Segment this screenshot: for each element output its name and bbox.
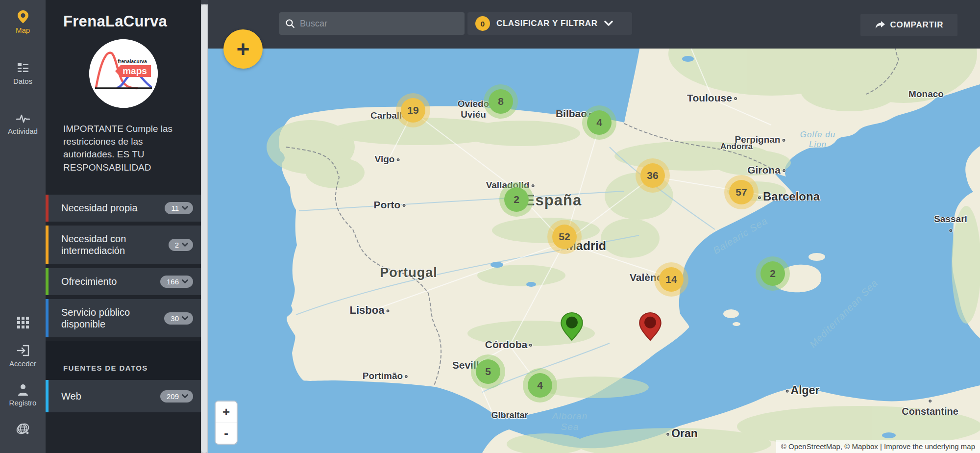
chevron-down-icon — [182, 316, 188, 321]
globe-icon — [16, 422, 30, 436]
map-cluster[interactable]: 57 — [729, 180, 754, 204]
logo-small-text: frenalacurva — [118, 59, 147, 64]
map-pin-green[interactable] — [561, 312, 583, 341]
category-count: 209 — [167, 392, 179, 401]
category-count-badge[interactable]: 11 — [165, 202, 193, 214]
chevron-down-icon — [182, 206, 188, 210]
category-count: 2 — [175, 241, 179, 249]
login-icon — [16, 344, 30, 357]
rail-label: Map — [16, 26, 30, 34]
map-pin-icon — [17, 10, 29, 24]
map-cluster[interactable]: 4 — [528, 373, 552, 398]
sidebar-category-row[interactable]: Necesidad propia11 — [46, 195, 201, 222]
category-list: Necesidad propia11Necesidad con intermed… — [46, 195, 201, 338]
map-cluster[interactable]: 36 — [640, 163, 665, 188]
map-cluster[interactable]: 5 — [476, 359, 500, 384]
search-icon — [285, 19, 295, 28]
classify-filter-button[interactable]: 0 CLASIFICAR Y FILTRAR — [467, 12, 632, 35]
map-cluster[interactable]: 19 — [401, 98, 425, 123]
source-list: Web209 — [46, 380, 201, 412]
map-attribution[interactable]: © OpenStreetMap, © Mapbox | Improve the … — [776, 440, 980, 453]
category-count: 166 — [167, 277, 179, 286]
category-count-badge[interactable]: 209 — [160, 390, 193, 403]
map-topbar: 0 CLASIFICAR Y FILTRAR COMPARTIR — [208, 0, 980, 49]
category-label: Necesidad propia — [61, 202, 138, 214]
category-label: Servicio público disponible — [61, 306, 144, 330]
logo-maps-text: maps — [122, 66, 147, 76]
share-arrow-icon — [875, 21, 885, 29]
category-count: 30 — [171, 314, 179, 323]
scrollbar-cap — [201, 0, 208, 4]
zoom-in-button[interactable]: + — [216, 402, 237, 423]
chevron-down-icon — [182, 394, 188, 399]
category-label: Web — [61, 390, 81, 402]
map-zoom-control: + - — [215, 401, 238, 445]
icon-rail: Map Datos Actividad Acceder Registro — [0, 0, 46, 453]
share-button[interactable]: COMPARTIR — [860, 14, 957, 36]
app-title: FrenaLaCurva — [63, 13, 201, 30]
rail-item-acceder[interactable]: Acceder — [0, 344, 46, 368]
rail-label: Registro — [9, 399, 37, 407]
map-cluster[interactable]: 2 — [504, 187, 529, 212]
activity-pulse-icon — [16, 113, 30, 125]
sidebar-scrollbar[interactable] — [201, 0, 208, 453]
rail-label: Acceder — [9, 359, 36, 368]
search-input[interactable] — [300, 19, 459, 29]
map-cluster[interactable]: 14 — [659, 267, 684, 292]
map-cluster[interactable]: 52 — [552, 225, 577, 249]
category-label: Necesidad con intermediación — [61, 233, 144, 257]
data-sources-section: FUENTES DE DATOS Web209 — [46, 341, 201, 412]
add-point-fab[interactable]: + — [223, 29, 263, 69]
category-count-badge[interactable]: 30 — [164, 312, 193, 325]
filter-label: CLASIFICAR Y FILTRAR — [496, 19, 598, 28]
zoom-out-button[interactable]: - — [216, 423, 237, 444]
map-canvas[interactable]: CarballoOviedo UviéuBilbaoToulouseMonaco… — [208, 0, 980, 453]
sidebar-category-row[interactable]: Web209 — [46, 380, 201, 412]
map-terrain — [208, 0, 980, 453]
search-box[interactable] — [279, 12, 465, 35]
map-pin-red[interactable] — [639, 312, 662, 341]
rail-item-language[interactable] — [0, 422, 46, 436]
apps-grid-icon — [17, 316, 29, 329]
rail-label: Actividad — [8, 127, 38, 135]
rail-item-apps[interactable] — [0, 316, 46, 329]
sidebar-category-row[interactable]: Necesidad con intermediación2 — [46, 226, 201, 264]
category-count-badge[interactable]: 2 — [169, 239, 193, 251]
rail-item-datos[interactable]: Datos — [0, 62, 46, 85]
data-sources-header: FUENTES DE DATOS — [63, 364, 201, 372]
map-cluster[interactable]: 4 — [587, 110, 612, 135]
frenalacurva-app: Map Datos Actividad Acceder Registro Fre… — [0, 0, 980, 453]
chevron-down-icon — [182, 243, 188, 247]
share-label: COMPARTIR — [890, 20, 944, 30]
rail-item-map[interactable]: Map — [0, 10, 46, 34]
map-cluster[interactable]: 8 — [489, 89, 513, 114]
chevron-down-icon — [604, 21, 613, 26]
category-count: 11 — [171, 204, 179, 212]
sidebar-category-row[interactable]: Servicio público disponible30 — [46, 299, 201, 338]
filter-count-badge: 0 — [475, 16, 490, 31]
sidebar-panel: FrenaLaCurva frenalacurva maps IMPORTANT… — [46, 0, 201, 453]
scrollbar-thumb[interactable] — [201, 4, 207, 453]
category-label: Ofrecimiento — [61, 276, 117, 287]
frenalacurva-maps-logo: frenalacurva maps — [89, 39, 158, 108]
person-icon — [16, 383, 30, 396]
chevron-down-icon — [182, 279, 188, 284]
category-count-badge[interactable]: 166 — [160, 276, 193, 288]
important-notice: IMPORTANTE Cumple las restricciones de l… — [63, 123, 186, 174]
sidebar-category-row[interactable]: Ofrecimiento166 — [46, 268, 201, 295]
rail-label: Datos — [13, 77, 32, 85]
rail-item-registro[interactable]: Registro — [0, 383, 46, 407]
rail-item-actividad[interactable]: Actividad — [0, 113, 46, 135]
data-list-icon — [17, 62, 29, 75]
map-cluster[interactable]: 2 — [760, 261, 785, 286]
